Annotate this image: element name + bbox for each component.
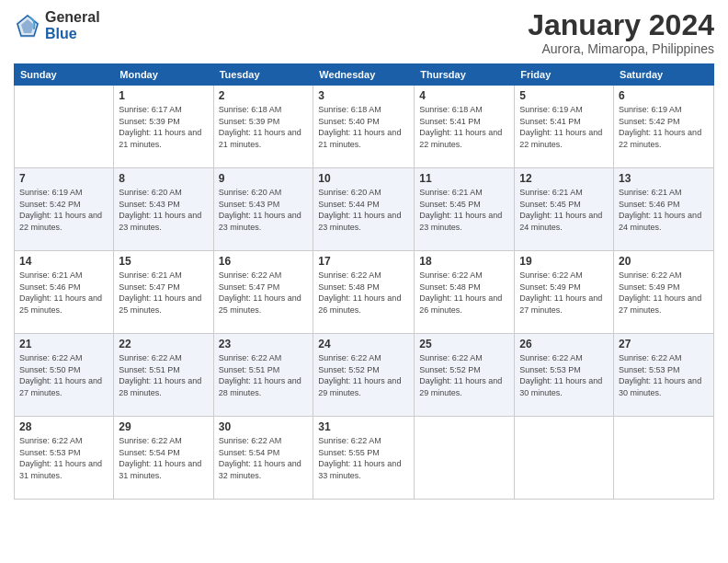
month-title: January 2024 <box>528 9 714 41</box>
header-monday: Monday <box>114 64 213 86</box>
day-info: Sunrise: 6:22 AMSunset: 5:49 PMDaylight:… <box>519 270 609 316</box>
table-row: 28 Sunrise: 6:22 AMSunset: 5:53 PMDaylig… <box>15 417 114 500</box>
day-info: Sunrise: 6:21 AMSunset: 5:45 PMDaylight:… <box>519 187 609 233</box>
day-info: Sunrise: 6:18 AMSunset: 5:41 PMDaylight:… <box>419 104 509 150</box>
day-info: Sunrise: 6:22 AMSunset: 5:48 PMDaylight:… <box>419 270 509 316</box>
title-area: January 2024 Aurora, Mimaropa, Philippin… <box>528 9 714 56</box>
day-number: 18 <box>419 255 509 268</box>
day-info: Sunrise: 6:22 AMSunset: 5:52 PMDaylight:… <box>419 352 509 398</box>
location: Aurora, Mimaropa, Philippines <box>528 41 714 56</box>
logo-blue: Blue <box>45 26 100 42</box>
table-row <box>515 417 614 500</box>
logo-general: General <box>45 9 100 26</box>
day-info: Sunrise: 6:21 AMSunset: 5:45 PMDaylight:… <box>419 187 509 233</box>
day-number: 9 <box>219 172 309 185</box>
table-row: 22 Sunrise: 6:22 AMSunset: 5:51 PMDaylig… <box>114 334 213 417</box>
day-info: Sunrise: 6:22 AMSunset: 5:52 PMDaylight:… <box>318 352 409 398</box>
day-number: 4 <box>419 89 509 102</box>
day-info: Sunrise: 6:20 AMSunset: 5:44 PMDaylight:… <box>318 187 409 233</box>
day-info: Sunrise: 6:21 AMSunset: 5:46 PMDaylight:… <box>19 270 108 316</box>
table-row: 31 Sunrise: 6:22 AMSunset: 5:55 PMDaylig… <box>313 417 415 500</box>
calendar-week-4: 21 Sunrise: 6:22 AMSunset: 5:50 PMDaylig… <box>15 334 714 417</box>
day-info: Sunrise: 6:22 AMSunset: 5:55 PMDaylight:… <box>318 435 409 481</box>
day-info: Sunrise: 6:22 AMSunset: 5:54 PMDaylight:… <box>219 435 309 481</box>
table-row: 15 Sunrise: 6:21 AMSunset: 5:47 PMDaylig… <box>114 251 213 334</box>
day-info: Sunrise: 6:22 AMSunset: 5:51 PMDaylight:… <box>219 352 309 398</box>
table-row <box>614 417 714 500</box>
calendar-week-2: 7 Sunrise: 6:19 AMSunset: 5:42 PMDayligh… <box>15 168 714 251</box>
header-tuesday: Tuesday <box>213 64 313 86</box>
table-row: 30 Sunrise: 6:22 AMSunset: 5:54 PMDaylig… <box>213 417 313 500</box>
day-info: Sunrise: 6:17 AMSunset: 5:39 PMDaylight:… <box>119 104 208 150</box>
day-info: Sunrise: 6:22 AMSunset: 5:53 PMDaylight:… <box>519 352 609 398</box>
day-info: Sunrise: 6:22 AMSunset: 5:54 PMDaylight:… <box>119 435 208 481</box>
logo: General Blue <box>14 9 100 41</box>
day-number: 26 <box>519 338 609 350</box>
day-number: 30 <box>219 420 309 433</box>
day-info: Sunrise: 6:22 AMSunset: 5:49 PMDaylight:… <box>619 270 709 316</box>
calendar: Sunday Monday Tuesday Wednesday Thursday… <box>14 63 714 500</box>
table-row: 21 Sunrise: 6:22 AMSunset: 5:50 PMDaylig… <box>15 334 114 417</box>
table-row <box>15 86 114 168</box>
day-info: Sunrise: 6:22 AMSunset: 5:50 PMDaylight:… <box>19 352 108 398</box>
calendar-week-3: 14 Sunrise: 6:21 AMSunset: 5:46 PMDaylig… <box>15 251 714 334</box>
table-row: 5 Sunrise: 6:19 AMSunset: 5:41 PMDayligh… <box>515 86 614 168</box>
day-info: Sunrise: 6:19 AMSunset: 5:42 PMDaylight:… <box>19 187 108 233</box>
day-number: 15 <box>119 255 208 268</box>
header-friday: Friday <box>515 64 614 86</box>
table-row: 13 Sunrise: 6:21 AMSunset: 5:46 PMDaylig… <box>614 168 714 251</box>
day-number: 20 <box>619 255 709 268</box>
day-info: Sunrise: 6:22 AMSunset: 5:53 PMDaylight:… <box>19 435 108 481</box>
day-info: Sunrise: 6:22 AMSunset: 5:47 PMDaylight:… <box>219 270 309 316</box>
table-row: 6 Sunrise: 6:19 AMSunset: 5:42 PMDayligh… <box>614 86 714 168</box>
day-info: Sunrise: 6:22 AMSunset: 5:51 PMDaylight:… <box>119 352 208 398</box>
table-row: 11 Sunrise: 6:21 AMSunset: 5:45 PMDaylig… <box>415 168 515 251</box>
day-number: 23 <box>219 338 309 350</box>
day-number: 28 <box>19 420 108 433</box>
day-number: 7 <box>19 172 108 185</box>
day-info: Sunrise: 6:18 AMSunset: 5:40 PMDaylight:… <box>318 104 409 150</box>
table-row: 14 Sunrise: 6:21 AMSunset: 5:46 PMDaylig… <box>15 251 114 334</box>
day-number: 14 <box>19 255 108 268</box>
day-number: 10 <box>318 172 409 185</box>
table-row: 17 Sunrise: 6:22 AMSunset: 5:48 PMDaylig… <box>313 251 415 334</box>
table-row: 2 Sunrise: 6:18 AMSunset: 5:39 PMDayligh… <box>213 86 313 168</box>
header: General Blue January 2024 Aurora, Mimaro… <box>14 9 714 56</box>
day-number: 5 <box>519 89 609 102</box>
day-number: 29 <box>119 420 208 433</box>
day-info: Sunrise: 6:21 AMSunset: 5:46 PMDaylight:… <box>619 187 709 233</box>
day-number: 1 <box>119 89 208 102</box>
day-info: Sunrise: 6:20 AMSunset: 5:43 PMDaylight:… <box>219 187 309 233</box>
table-row: 19 Sunrise: 6:22 AMSunset: 5:49 PMDaylig… <box>515 251 614 334</box>
day-number: 22 <box>119 338 208 350</box>
table-row: 8 Sunrise: 6:20 AMSunset: 5:43 PMDayligh… <box>114 168 213 251</box>
calendar-week-1: 1 Sunrise: 6:17 AMSunset: 5:39 PMDayligh… <box>15 86 714 168</box>
table-row: 12 Sunrise: 6:21 AMSunset: 5:45 PMDaylig… <box>515 168 614 251</box>
page-container: General Blue January 2024 Aurora, Mimaro… <box>0 0 728 563</box>
day-number: 13 <box>619 172 709 185</box>
day-number: 27 <box>619 338 709 350</box>
weekday-header-row: Sunday Monday Tuesday Wednesday Thursday… <box>15 64 714 86</box>
table-row: 27 Sunrise: 6:22 AMSunset: 5:53 PMDaylig… <box>614 334 714 417</box>
table-row: 9 Sunrise: 6:20 AMSunset: 5:43 PMDayligh… <box>213 168 313 251</box>
day-number: 11 <box>419 172 509 185</box>
table-row: 7 Sunrise: 6:19 AMSunset: 5:42 PMDayligh… <box>15 168 114 251</box>
day-number: 12 <box>519 172 609 185</box>
day-number: 31 <box>318 420 409 433</box>
day-number: 24 <box>318 338 409 350</box>
day-number: 17 <box>318 255 409 268</box>
day-number: 8 <box>119 172 208 185</box>
day-info: Sunrise: 6:20 AMSunset: 5:43 PMDaylight:… <box>119 187 208 233</box>
header-thursday: Thursday <box>415 64 515 86</box>
day-number: 3 <box>318 89 409 102</box>
table-row: 3 Sunrise: 6:18 AMSunset: 5:40 PMDayligh… <box>313 86 415 168</box>
table-row: 20 Sunrise: 6:22 AMSunset: 5:49 PMDaylig… <box>614 251 714 334</box>
table-row: 24 Sunrise: 6:22 AMSunset: 5:52 PMDaylig… <box>313 334 415 417</box>
table-row: 29 Sunrise: 6:22 AMSunset: 5:54 PMDaylig… <box>114 417 213 500</box>
day-number: 6 <box>619 89 709 102</box>
day-number: 16 <box>219 255 309 268</box>
day-number: 19 <box>519 255 609 268</box>
day-info: Sunrise: 6:22 AMSunset: 5:53 PMDaylight:… <box>619 352 709 398</box>
table-row: 1 Sunrise: 6:17 AMSunset: 5:39 PMDayligh… <box>114 86 213 168</box>
day-info: Sunrise: 6:19 AMSunset: 5:41 PMDaylight:… <box>519 104 609 150</box>
